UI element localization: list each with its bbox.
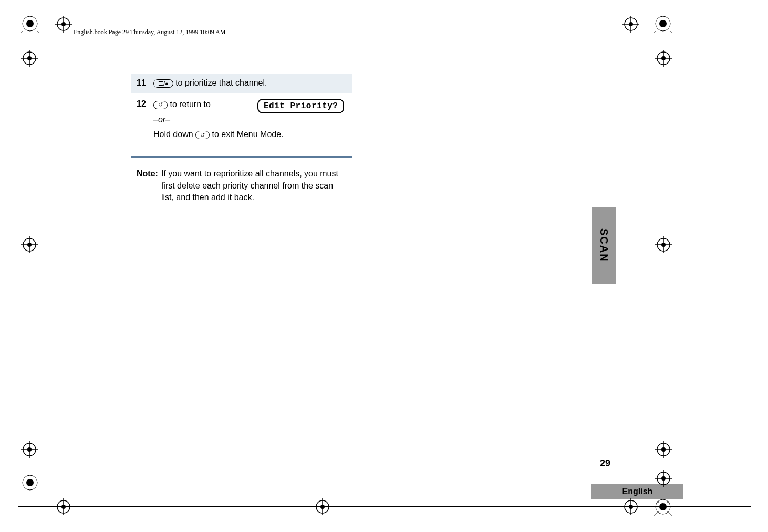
svg-point-19 xyxy=(661,56,666,60)
step-11-row: 11 ☰/● to prioritize that channel. xyxy=(131,74,352,93)
crosshair-icon xyxy=(655,50,672,67)
crosshair-icon xyxy=(55,498,72,515)
step-body: ☰/● to prioritize that channel. xyxy=(153,78,347,89)
crosshair-icon xyxy=(21,236,38,253)
registration-mark-icon xyxy=(654,498,672,516)
svg-point-15 xyxy=(659,20,667,27)
back-icon: ↺ xyxy=(153,101,168,109)
crosshair-icon xyxy=(314,498,331,515)
svg-point-45 xyxy=(661,447,666,452)
section-divider xyxy=(131,156,352,158)
page-number: 29 xyxy=(600,458,610,469)
svg-point-51 xyxy=(659,503,667,510)
svg-point-1 xyxy=(26,20,34,27)
text-fragment: to exit Menu Mode. xyxy=(210,130,284,139)
note-text: If you want to reprioritize all channels… xyxy=(161,168,347,203)
note-block: Note: If you want to reprioritize all ch… xyxy=(131,168,352,203)
registration-mark-icon xyxy=(21,15,39,33)
svg-point-49 xyxy=(661,476,666,481)
or-separator: –or– xyxy=(153,114,347,126)
svg-point-5 xyxy=(27,56,32,60)
note-label: Note: xyxy=(137,168,158,203)
crosshair-icon xyxy=(55,16,72,33)
registration-mark-icon xyxy=(21,474,39,492)
crosshair-icon xyxy=(655,441,672,458)
step-number: 11 xyxy=(137,78,148,88)
crop-line-bottom xyxy=(18,506,751,507)
page-content: 11 ☰/● to prioritize that channel. 12 ↺ … xyxy=(131,74,352,203)
svg-point-37 xyxy=(61,505,66,509)
step-text-b: Hold down ↺ to exit Menu Mode. xyxy=(153,129,347,140)
crosshair-icon xyxy=(21,50,38,67)
step-text: to return to xyxy=(168,100,211,109)
step-text: to prioritize that channel. xyxy=(173,78,267,87)
section-tab-label: SCAN xyxy=(598,228,610,263)
running-header: English.book Page 29 Thursday, August 12… xyxy=(74,28,225,36)
crosshair-icon xyxy=(655,236,672,253)
svg-point-29 xyxy=(26,479,34,486)
crosshair-icon xyxy=(622,16,639,33)
svg-point-9 xyxy=(61,22,66,26)
svg-point-13 xyxy=(629,22,633,26)
registration-mark-icon xyxy=(654,15,672,33)
menu-select-icon: ☰/● xyxy=(153,79,173,88)
svg-point-55 xyxy=(629,505,633,509)
svg-point-23 xyxy=(27,243,32,247)
text-fragment: Hold down xyxy=(153,130,195,139)
section-tab: SCAN xyxy=(592,207,616,284)
crosshair-icon xyxy=(655,470,672,487)
svg-point-33 xyxy=(27,447,32,452)
lcd-display: Edit Priority? xyxy=(257,99,344,113)
crosshair-icon xyxy=(622,498,639,515)
back-icon: ↺ xyxy=(195,131,210,139)
crop-line-top xyxy=(18,24,751,24)
svg-point-27 xyxy=(661,243,666,247)
step-number: 12 xyxy=(137,99,148,109)
svg-point-41 xyxy=(320,505,325,509)
crosshair-icon xyxy=(21,441,38,458)
